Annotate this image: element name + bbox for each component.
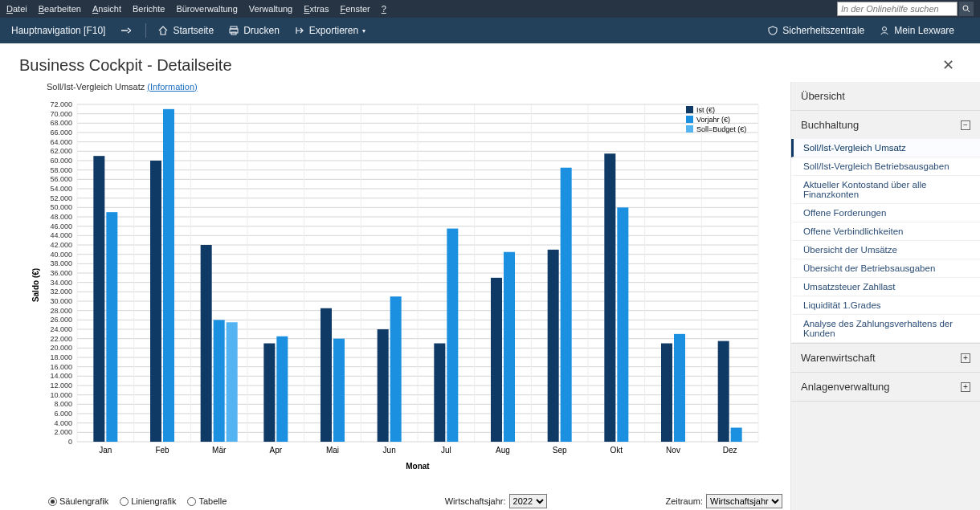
expand-icon: + — [961, 353, 970, 363]
exportieren-label: Exportieren — [309, 25, 358, 36]
svg-text:22.000: 22.000 — [50, 335, 72, 343]
svg-text:Soll=Budget (€): Soll=Budget (€) — [696, 125, 746, 133]
information-link[interactable]: (Information) — [147, 82, 197, 92]
view-radio-2[interactable]: Tabelle — [187, 496, 227, 506]
sidebar-section-1[interactable]: Warenwirtschaft+ — [791, 344, 980, 372]
svg-rect-103 — [378, 329, 389, 442]
help-search-button[interactable] — [959, 2, 974, 16]
svg-text:72.000: 72.000 — [50, 100, 72, 108]
drucken-button[interactable]: Drucken — [228, 25, 280, 36]
help-search[interactable] — [837, 2, 958, 16]
startseite-button[interactable]: Startseite — [157, 25, 214, 36]
sicherheit-label: Sicherheitszentrale — [782, 25, 864, 36]
startseite-label: Startseite — [173, 25, 214, 36]
svg-rect-104 — [390, 296, 402, 442]
svg-text:38.000: 38.000 — [50, 259, 72, 267]
svg-text:68.000: 68.000 — [50, 119, 72, 127]
drucken-label: Drucken — [243, 25, 280, 36]
view-radio-0[interactable]: Säulengrafik — [48, 496, 108, 506]
svg-rect-123 — [661, 344, 672, 443]
svg-rect-132 — [686, 106, 693, 113]
radio-icon — [48, 497, 57, 506]
svg-text:64.000: 64.000 — [50, 138, 72, 146]
svg-text:Apr: Apr — [270, 446, 283, 455]
sidebar-item[interactable]: Soll/Ist-Vergleich Umsatz — [791, 139, 980, 157]
svg-text:30.000: 30.000 — [50, 297, 72, 305]
svg-text:54.000: 54.000 — [50, 185, 72, 193]
svg-text:Nov: Nov — [666, 446, 680, 455]
sidebar-item[interactable]: Offene Forderungen — [791, 204, 980, 222]
sidebar-item[interactable]: Umsatzsteuer Zahllast — [791, 278, 980, 296]
sidebar-item[interactable]: Übersicht der Umsätze — [791, 241, 980, 259]
svg-line-1 — [968, 10, 970, 13]
svg-rect-124 — [674, 334, 685, 442]
svg-rect-111 — [491, 278, 502, 442]
menu-bearbeiten[interactable]: Bearbeiten — [39, 4, 81, 14]
radio-label: Tabelle — [198, 496, 227, 506]
zeitraum-select[interactable]: Wirtschaftsjahr — [706, 494, 782, 508]
sicherheitszentrale-button[interactable]: Sicherheitszentrale — [767, 25, 864, 36]
menu-help[interactable]: ? — [382, 4, 386, 14]
nav-toggle[interactable]: Hauptnavigation [F10] — [11, 25, 105, 36]
svg-rect-119 — [604, 153, 615, 442]
export-icon — [294, 25, 305, 36]
help-search-input[interactable] — [838, 4, 957, 14]
svg-text:70.000: 70.000 — [50, 110, 72, 118]
sidebar-item[interactable]: Aktueller Kontostand über alle Finanzkon… — [791, 176, 980, 204]
chart-subtitle: Soll/Ist-Vergleich Umsatz (Information) — [27, 82, 782, 92]
menu-berichte[interactable]: Berichte — [133, 4, 165, 14]
svg-rect-120 — [617, 207, 628, 442]
sidebar-section-0[interactable]: Buchhaltung− — [791, 111, 980, 139]
svg-text:40.000: 40.000 — [50, 251, 72, 259]
sidebar-item[interactable]: Übersicht der Betriebsausgaben — [791, 259, 980, 278]
svg-rect-92 — [227, 322, 238, 442]
svg-rect-108 — [447, 229, 458, 442]
chart-area: 02.0004.0006.0008.00010.00012.00014.0001… — [27, 96, 782, 491]
menu-fenster[interactable]: Fenster — [340, 4, 370, 14]
sidebar-item[interactable]: Liquidität 1.Grades — [791, 296, 980, 315]
svg-rect-127 — [718, 341, 729, 442]
page-title: Business Cockpit - Detailseite — [19, 56, 936, 75]
svg-text:0: 0 — [68, 438, 72, 446]
sidebar-overview[interactable]: Übersicht — [791, 82, 980, 110]
svg-text:26.000: 26.000 — [50, 316, 72, 324]
menu-extras[interactable]: Extras — [304, 4, 329, 14]
sidebar-section-2[interactable]: Anlagenverwaltung+ — [791, 373, 980, 401]
mein-lexware-button[interactable]: Mein Lexware — [879, 25, 954, 36]
close-button[interactable]: ✕ — [936, 53, 961, 77]
svg-text:Mai: Mai — [326, 446, 339, 455]
radio-icon — [120, 497, 129, 506]
collapse-icon: − — [961, 120, 970, 130]
svg-text:46.000: 46.000 — [50, 222, 72, 231]
svg-text:Jan: Jan — [99, 446, 112, 455]
svg-rect-86 — [150, 161, 161, 442]
pin-button[interactable] — [120, 26, 131, 35]
wirtschaftsjahr-select[interactable]: 2022 — [509, 494, 547, 508]
svg-text:Aug: Aug — [496, 446, 510, 455]
svg-text:Saldo (€): Saldo (€) — [31, 268, 40, 302]
sidebar-item[interactable]: Soll/Ist-Vergleich Betriebsausgaben — [791, 157, 980, 176]
svg-text:20.000: 20.000 — [50, 344, 72, 352]
sidebar: Übersicht Buchhaltung−Soll/Ist-Vergleich… — [790, 82, 980, 510]
menu-ansicht[interactable]: Ansicht — [92, 4, 121, 14]
zeitraum-label: Zeitraum: — [666, 496, 703, 506]
svg-text:Feb: Feb — [155, 446, 169, 455]
sidebar-item[interactable]: Offene Verbindlichkeiten — [791, 222, 980, 241]
wirtschaftsjahr-label: Wirtschaftsjahr: — [445, 496, 506, 506]
search-icon — [962, 5, 970, 13]
svg-text:Monat: Monat — [406, 462, 430, 471]
svg-text:6.000: 6.000 — [54, 410, 72, 418]
sidebar-item[interactable]: Analyse des Zahlungsverhaltens der Kunde… — [791, 315, 980, 343]
svg-point-0 — [963, 6, 968, 10]
user-icon — [879, 25, 890, 36]
menu-datei[interactable]: Datei — [6, 4, 27, 14]
svg-text:16.000: 16.000 — [50, 363, 72, 371]
view-radio-1[interactable]: Liniengrafik — [120, 496, 176, 506]
svg-text:Sep: Sep — [553, 446, 567, 455]
menu-verwaltung[interactable]: Verwaltung — [249, 4, 292, 14]
svg-rect-83 — [106, 212, 117, 442]
menu-bueroverwaltung[interactable]: Büroverwaltung — [176, 4, 237, 14]
svg-text:56.000: 56.000 — [50, 175, 72, 183]
exportieren-button[interactable]: Exportieren ▾ — [294, 25, 365, 36]
svg-text:42.000: 42.000 — [50, 241, 72, 249]
